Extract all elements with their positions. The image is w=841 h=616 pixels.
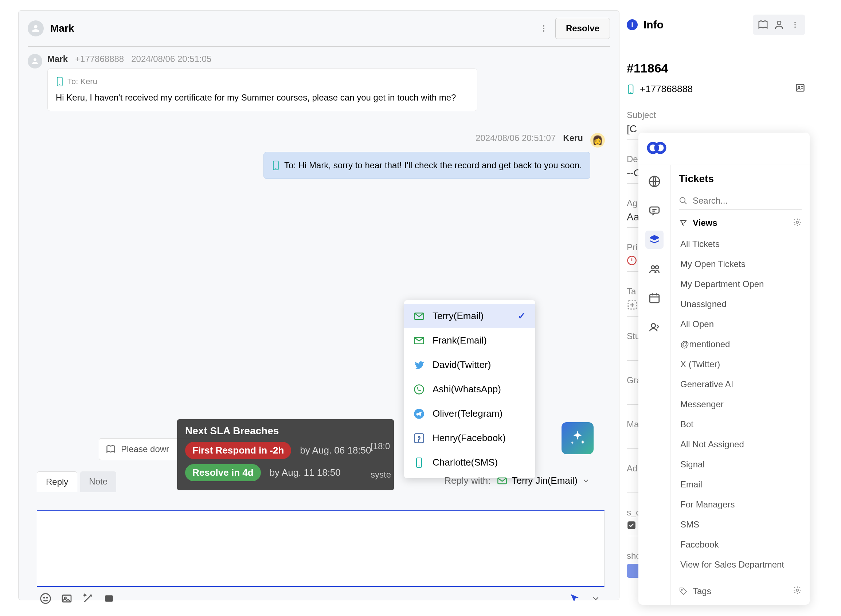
view-twitter[interactable]: X (Twitter) [679,355,801,374]
view-bot[interactable]: Bot [679,415,801,434]
reply-with-dropdown[interactable]: Terry(Email) ✓ Frank(Email) David(Twitte… [404,300,535,478]
emoji-button[interactable] [39,592,52,605]
compose-toolbar [37,587,605,610]
header-more-button[interactable] [536,21,551,36]
priority-icon [627,255,637,265]
svg-rect-20 [105,595,113,601]
sms-icon [272,161,280,170]
sms-icon [56,77,64,87]
tickets-search[interactable] [679,192,801,210]
sidebar-calendar-icon[interactable] [645,289,663,307]
view-signal[interactable]: Signal [679,455,801,474]
svg-point-16 [44,597,45,598]
reply-option-david-twitter[interactable]: David(Twitter) [404,353,535,377]
cursor-icon[interactable] [568,592,581,605]
svg-point-22 [794,22,796,23]
svg-point-40 [680,197,685,202]
chevron-down-icon[interactable] [589,592,602,605]
telegram-icon [414,408,424,419]
twitter-icon [414,359,424,371]
filter-icon [679,219,688,227]
views-header: Views [679,218,801,228]
tag-icon [679,587,688,595]
conversation-panel: Mark Resolve Mark +177868888 2024/08/06 … [18,10,619,600]
ai-assist-button[interactable] [562,422,594,454]
facebook-icon [414,433,424,444]
tab-reply[interactable]: Reply [37,471,77,492]
view-all-not-assigned[interactable]: All Not Assigned [679,435,801,454]
resolve-button[interactable]: Resolve [555,18,610,39]
view-sales-department[interactable]: View for Sales Department [679,555,801,574]
svg-rect-38 [650,294,659,303]
sla-title: Next SLA Breaches [185,425,386,437]
svg-point-28 [798,87,800,88]
phone-number: +177868888 [640,84,693,95]
reply-option-oliver-telegram[interactable]: Oliver(Telegram) [404,402,535,426]
tickets-panel: Tickets Views All Tickets My Open Ticket… [638,133,810,605]
view-mentioned[interactable]: @mentioned [679,335,801,354]
book-button[interactable] [756,18,770,31]
messages-area: Mark +177868888 2024/08/06 20:51:05 To: … [19,47,619,197]
views-label: Views [693,218,718,228]
sidebar-contacts-icon[interactable] [645,318,663,336]
message-meta-outgoing: 2024/08/06 20:51:07 Keru 👩 [28,133,605,148]
person-button[interactable] [772,18,785,31]
email-icon [497,476,507,486]
svg-point-39 [652,324,656,327]
sms-icon [414,457,424,468]
svg-point-0 [543,25,545,26]
view-unassigned[interactable]: Unassigned [679,295,801,314]
message-avatar [28,54,42,69]
reply-with-select[interactable]: Terry Jin(Email) [497,475,590,486]
tags-settings-button[interactable] [793,586,801,597]
phone-row: +177868888 [627,83,805,95]
view-all-tickets[interactable]: All Tickets [679,235,801,254]
svg-point-6 [276,168,277,169]
view-messenger[interactable]: Messenger [679,395,801,414]
reply-option-henry-facebook[interactable]: Henry(Facebook) [404,426,535,450]
svg-point-43 [796,589,798,591]
sidebar-tickets-icon[interactable] [645,230,663,249]
card-button[interactable] [103,592,116,605]
svg-point-13 [419,465,420,466]
magic-wand-button[interactable] [81,592,94,605]
view-email[interactable]: Email [679,475,801,494]
reply-option-charlotte-sms[interactable]: Charlotte(SMS) [404,450,535,475]
svg-point-36 [652,266,655,269]
ticket-number: #11864 [627,61,805,75]
sender-name: Mark [47,54,68,64]
compose-textarea[interactable] [37,510,605,587]
more-button[interactable] [788,18,801,31]
message-timestamp: 2024/08/06 20:51:05 [131,54,211,64]
view-sms[interactable]: SMS [679,515,801,534]
plus-icon[interactable] [627,299,638,310]
sender-name: Keru [563,133,583,148]
reply-option-terry-email[interactable]: Terry(Email) ✓ [404,304,535,328]
sidebar-chat-icon[interactable] [645,201,663,220]
svg-point-9 [415,385,424,394]
svg-point-17 [47,597,48,598]
view-generative-ai[interactable]: Generative AI [679,375,801,394]
reply-option-frank-email[interactable]: Frank(Email) [404,328,535,353]
tab-note[interactable]: Note [80,471,116,492]
sidebar-globe-icon[interactable] [645,172,663,191]
svg-point-26 [630,91,631,92]
view-all-open[interactable]: All Open [679,315,801,334]
reply-option-ashi-whatsapp[interactable]: Ashi(WhatsApp) [404,377,535,402]
app-logo [638,133,810,165]
tickets-search-input[interactable] [693,196,801,206]
svg-point-23 [794,24,796,25]
view-my-department[interactable]: My Department Open [679,275,801,293]
view-my-open[interactable]: My Open Tickets [679,255,801,274]
message-bubble-outgoing: To: Hi Mark, sorry to hear that! I'll ch… [263,152,590,179]
svg-point-15 [41,594,51,604]
sidebar-team-icon[interactable] [645,260,663,278]
view-for-managers[interactable]: For Managers [679,495,801,514]
contact-card-icon[interactable] [795,83,805,95]
info-icon: i [627,19,638,30]
view-facebook[interactable]: Facebook [679,535,801,554]
views-settings-button[interactable] [793,218,801,228]
checkbox-checked-icon[interactable] [627,521,636,530]
conversation-header: Mark Resolve [19,10,619,46]
attachment-button[interactable] [60,592,73,605]
